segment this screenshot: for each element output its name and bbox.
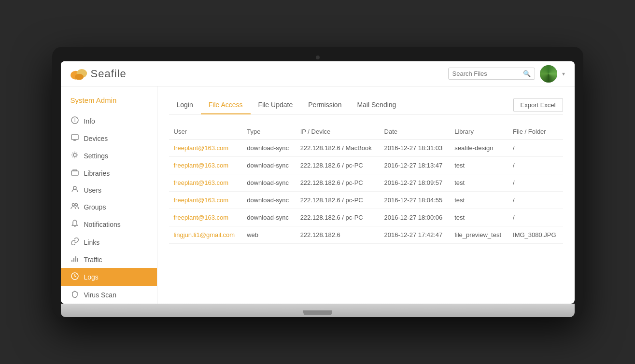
avatar-image xyxy=(540,65,557,83)
sidebar-item-virus-scan[interactable]: Virus Scan xyxy=(61,286,157,304)
sidebar-label-devices: Devices xyxy=(84,135,108,142)
user-link[interactable]: freeplant@163.com xyxy=(174,179,229,186)
logo-text: Seafile xyxy=(91,68,127,80)
sidebar-item-devices[interactable]: Devices xyxy=(61,130,157,147)
cell-type: web xyxy=(242,226,295,244)
sidebar-title: System Admin xyxy=(61,91,157,112)
cell-ip-device: 222.128.182.6 xyxy=(296,226,380,244)
topbar-right: 🔍 ▾ xyxy=(448,65,565,83)
cell-file-folder: / xyxy=(508,209,563,226)
col-header-type: Type xyxy=(242,124,295,140)
sidebar-item-links[interactable]: Links xyxy=(61,233,157,251)
main-layout: System Admin i Info Devices xyxy=(61,86,575,304)
logo: Seafile xyxy=(71,67,127,81)
groups-icon xyxy=(71,203,79,211)
logs-table: User Type IP / Device Date Library File … xyxy=(169,124,563,244)
svg-point-12 xyxy=(75,204,77,206)
table-row: lingjun.li1@gmail.com web 222.128.182.6 … xyxy=(169,226,563,244)
sidebar-item-info[interactable]: i Info xyxy=(61,112,157,130)
cell-date: 2016-12-27 18:13:47 xyxy=(380,157,450,174)
cell-ip-device: 222.128.182.6 / pc-PC xyxy=(296,192,380,209)
cell-library: seafile-design xyxy=(450,140,508,157)
tabs-bar: Login File Access File Update Permission… xyxy=(169,96,563,114)
cell-file-folder: IMG_3080.JPG xyxy=(508,226,563,244)
table-row: freeplant@163.com download-sync 222.128.… xyxy=(169,192,563,209)
avatar[interactable] xyxy=(540,65,557,83)
sidebar-item-notifications[interactable]: Notifications xyxy=(61,215,157,233)
sidebar-item-libraries[interactable]: Libraries xyxy=(61,165,157,182)
sidebar-label-info: Info xyxy=(84,117,95,125)
sidebar-label-notifications: Notifications xyxy=(84,221,121,228)
user-link[interactable]: freeplant@163.com xyxy=(174,144,229,152)
sidebar-item-logs[interactable]: Logs xyxy=(61,268,157,286)
tab-mail-sending[interactable]: Mail Sending xyxy=(349,96,404,114)
user-link[interactable]: freeplant@163.com xyxy=(174,196,229,204)
export-excel-button[interactable]: Export Excel xyxy=(513,98,563,112)
user-link[interactable]: freeplant@163.com xyxy=(174,162,229,169)
sidebar-label-logs: Logs xyxy=(84,273,99,281)
cell-ip-device: 222.128.182.6 / MacBook xyxy=(296,140,380,157)
col-header-date: Date xyxy=(380,124,450,140)
search-box[interactable]: 🔍 xyxy=(448,68,535,80)
table-row: freeplant@163.com download-sync 222.128.… xyxy=(169,140,563,157)
cell-file-folder: / xyxy=(508,174,563,192)
svg-rect-15 xyxy=(75,256,76,262)
search-icon: 🔍 xyxy=(523,70,531,77)
cell-user: lingjun.li1@gmail.com xyxy=(169,226,242,244)
table-row: freeplant@163.com download-sync 222.128.… xyxy=(169,209,563,226)
svg-point-11 xyxy=(72,204,74,206)
sidebar-label-links: Links xyxy=(84,238,100,246)
cell-ip-device: 222.128.182.6 / pc-PC xyxy=(296,174,380,192)
tab-permission[interactable]: Permission xyxy=(300,96,349,114)
col-header-file-folder: File / Folder xyxy=(508,124,563,140)
table-row: freeplant@163.com download-sync 222.128.… xyxy=(169,174,563,192)
cell-type: download-sync xyxy=(242,174,295,192)
cell-type: download-sync xyxy=(242,192,295,209)
cell-library: file_preview_test xyxy=(450,226,508,244)
svg-rect-5 xyxy=(71,135,78,140)
libraries-icon xyxy=(71,169,79,177)
cell-date: 2016-12-27 17:42:47 xyxy=(380,226,450,244)
cell-user: freeplant@163.com xyxy=(169,157,242,174)
tab-file-access[interactable]: File Access xyxy=(201,96,251,114)
sidebar-item-groups[interactable]: Groups xyxy=(61,198,157,215)
svg-point-8 xyxy=(73,154,76,156)
cell-user: freeplant@163.com xyxy=(169,140,242,157)
sidebar-label-groups: Groups xyxy=(84,203,106,211)
cell-date: 2016-12-27 18:04:55 xyxy=(380,192,450,209)
seafile-logo-icon xyxy=(71,67,88,81)
svg-rect-9 xyxy=(71,171,78,175)
virus-scan-icon xyxy=(71,290,79,299)
sidebar-label-users: Users xyxy=(84,186,102,194)
cell-user: freeplant@163.com xyxy=(169,192,242,209)
svg-rect-13 xyxy=(71,260,72,262)
cell-library: test xyxy=(450,174,508,192)
user-link[interactable]: freeplant@163.com xyxy=(174,214,229,221)
cell-library: test xyxy=(450,209,508,226)
table-row: freeplant@163.com download-sync 222.128.… xyxy=(169,157,563,174)
cell-library: test xyxy=(450,157,508,174)
sidebar-item-traffic[interactable]: Traffic xyxy=(61,251,157,268)
tab-login[interactable]: Login xyxy=(169,96,201,114)
topbar: Seafile 🔍 ▾ xyxy=(61,61,575,86)
tab-file-update[interactable]: File Update xyxy=(251,96,301,114)
user-link[interactable]: lingjun.li1@gmail.com xyxy=(174,231,235,238)
col-header-ip-device: IP / Device xyxy=(296,124,380,140)
user-menu-arrow[interactable]: ▾ xyxy=(562,70,565,77)
cell-date: 2016-12-27 18:09:57 xyxy=(380,174,450,192)
traffic-icon xyxy=(71,255,79,264)
sidebar-item-users[interactable]: Users xyxy=(61,182,157,198)
users-icon xyxy=(71,186,79,194)
cell-type: download-sync xyxy=(242,157,295,174)
svg-point-2 xyxy=(75,74,84,80)
svg-rect-16 xyxy=(77,258,78,262)
col-header-user: User xyxy=(169,124,242,140)
sidebar-label-settings: Settings xyxy=(84,152,109,160)
cell-user: freeplant@163.com xyxy=(169,174,242,192)
sidebar-item-settings[interactable]: Settings xyxy=(61,147,157,165)
cell-user: freeplant@163.com xyxy=(169,209,242,226)
svg-rect-14 xyxy=(73,258,74,262)
search-input[interactable] xyxy=(452,70,520,77)
cell-ip-device: 222.128.182.6 / pc-PC xyxy=(296,157,380,174)
sidebar-label-virus-scan: Virus Scan xyxy=(84,291,116,299)
